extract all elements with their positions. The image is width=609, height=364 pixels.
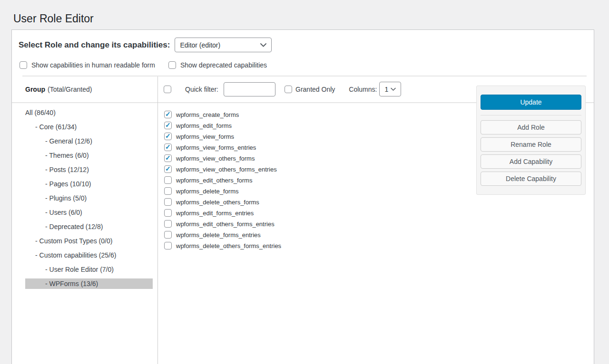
capability-label: wpforms_delete_forms <box>176 188 239 195</box>
granted-only-label: Granted Only <box>295 86 335 93</box>
capability-row: wpforms_delete_others_forms <box>164 197 594 208</box>
capability-checkbox[interactable] <box>164 122 172 129</box>
group-header: Group (Total/Granted) <box>12 77 157 103</box>
capability-checkbox[interactable] <box>164 133 172 140</box>
capability-row: wpforms_delete_others_forms_entries <box>164 240 594 251</box>
columns-select[interactable]: 1 <box>379 82 401 96</box>
tree-item-label: - Themes (6/0) <box>45 152 89 159</box>
capability-label: wpforms_view_forms_entries <box>176 144 256 151</box>
capability-label: wpforms_edit_forms_entries <box>176 210 254 217</box>
page: User Role Editor Select Role and change … <box>0 0 609 364</box>
tree-item-label: - Deprecated (12/8) <box>45 223 103 230</box>
tree-item[interactable]: - Pages (10/10) <box>25 179 153 189</box>
select-all-checkbox[interactable] <box>164 86 171 93</box>
capability-checkbox[interactable] <box>164 111 172 118</box>
tree-item[interactable]: - General (12/6) <box>25 136 153 146</box>
capability-label: wpforms_view_forms <box>176 133 234 140</box>
human-readable-checkbox[interactable] <box>20 61 27 69</box>
tree-item-label: All (86/40) <box>25 109 56 116</box>
tree-item[interactable]: - Users (6/0) <box>25 207 153 218</box>
group-tree: All (86/40) - Core (61/34) - General (12… <box>12 103 157 293</box>
tree-item[interactable]: - Custom capabilities (25/6) <box>25 250 153 260</box>
role-row: Select Role and change its capabilities:… <box>19 38 594 53</box>
tree-item-label: - Custom capabilities (25/6) <box>35 251 116 259</box>
capability-checkbox[interactable] <box>164 231 172 239</box>
capability-checkbox[interactable] <box>164 209 172 217</box>
capability-row: wpforms_delete_forms_entries <box>164 230 594 240</box>
columns-select-value: 1 <box>384 86 388 93</box>
capabilities-column: Quick filter: Granted Only Columns: 1 <box>158 77 594 364</box>
capability-label: wpforms_delete_others_forms_entries <box>176 242 281 249</box>
capability-row: wpforms_edit_forms_entries <box>164 208 594 219</box>
granted-only-option[interactable]: Granted Only <box>285 86 335 93</box>
page-title: User Role Editor <box>13 12 609 26</box>
capability-row: wpforms_edit_others_forms_entries <box>164 219 594 230</box>
quick-filter-label: Quick filter: <box>185 86 218 93</box>
tree-item[interactable]: - Core (61/34) <box>25 122 153 132</box>
add-role-button[interactable]: Add Role <box>481 120 581 134</box>
tree-item-label: - Plugins (5/0) <box>45 194 87 202</box>
capability-label: wpforms_create_forms <box>176 111 239 118</box>
update-button[interactable]: Update <box>481 95 581 110</box>
tree-item-label: - WPForms (13/6) <box>45 280 98 287</box>
content-columns: Group (Total/Granted) All (86/40) - Core… <box>12 77 594 364</box>
chevron-down-icon <box>260 43 266 47</box>
tree-item[interactable]: - Themes (6/0) <box>25 150 153 161</box>
role-select-value: Editor (editor) <box>180 41 220 49</box>
tree-item-label: - User Role Editor (7/0) <box>45 266 114 273</box>
group-column: Group (Total/Granted) All (86/40) - Core… <box>12 77 158 364</box>
tree-item[interactable]: - Deprecated (12/8) <box>25 221 153 232</box>
capability-label: wpforms_edit_others_forms <box>176 177 252 184</box>
display-options-row: Show capabilities in human readable form… <box>20 61 594 69</box>
top-section: Select Role and change its capabilities:… <box>12 30 594 77</box>
group-header-title: Group <box>25 86 45 93</box>
capability-label: wpforms_delete_forms_entries <box>176 231 261 239</box>
deprecated-option[interactable]: Show deprecated capabilities <box>168 61 267 69</box>
capability-checkbox[interactable] <box>164 198 172 206</box>
tree-item[interactable]: - Posts (12/12) <box>25 164 153 175</box>
deprecated-checkbox[interactable] <box>168 61 176 69</box>
capability-checkbox[interactable] <box>164 220 172 228</box>
chevron-down-icon <box>391 87 396 91</box>
tree-item-label: - Pages (10/10) <box>45 180 91 188</box>
capability-label: wpforms_edit_forms <box>176 122 232 129</box>
add-capability-button[interactable]: Add Capability <box>481 154 581 169</box>
role-select[interactable]: Editor (editor) <box>175 38 272 52</box>
capability-checkbox[interactable] <box>164 165 172 173</box>
granted-only-checkbox[interactable] <box>285 86 292 93</box>
quick-filter-input[interactable] <box>224 82 275 96</box>
human-readable-label: Show capabilities in human readable form <box>31 61 155 69</box>
tree-item-label: - Users (6/0) <box>45 209 82 216</box>
capability-label: wpforms_view_others_forms <box>176 155 255 162</box>
capability-label: wpforms_edit_others_forms_entries <box>176 220 275 228</box>
columns-label: Columns: <box>349 86 377 93</box>
main-panel: Select Role and change its capabilities:… <box>11 29 594 364</box>
tree-item[interactable]: - User Role Editor (7/0) <box>25 264 153 275</box>
capability-checkbox[interactable] <box>164 242 172 249</box>
tree-item[interactable]: - WPForms (13/6) <box>25 278 153 289</box>
capability-checkbox[interactable] <box>164 154 172 162</box>
tree-item[interactable]: All (86/40) <box>25 107 153 118</box>
delete-capability-button[interactable]: Delete Capability <box>481 172 581 186</box>
capability-label: wpforms_delete_others_forms <box>176 199 259 206</box>
tree-item-label: - Custom Post Types (0/0) <box>35 237 112 245</box>
deprecated-label: Show deprecated capabilities <box>180 61 267 69</box>
tree-item-label: - Core (61/34) <box>35 123 77 131</box>
tree-item-label: - General (12/6) <box>45 137 92 145</box>
actions-panel: Update Add Role Rename Role Add Capabili… <box>476 86 586 195</box>
capability-label: wpforms_view_others_forms_entries <box>176 166 277 173</box>
tree-item-label: - Posts (12/12) <box>45 166 89 173</box>
capability-checkbox[interactable] <box>164 144 172 151</box>
rename-role-button[interactable]: Rename Role <box>481 137 581 152</box>
actions-divider <box>481 115 581 115</box>
tree-item[interactable]: - Custom Post Types (0/0) <box>25 236 153 246</box>
human-readable-option[interactable]: Show capabilities in human readable form <box>20 61 155 69</box>
capability-checkbox[interactable] <box>164 187 172 195</box>
role-select-label: Select Role and change its capabilities: <box>19 40 170 50</box>
capability-checkbox[interactable] <box>164 176 172 184</box>
group-header-suffix: (Total/Granted) <box>48 86 92 93</box>
tree-item[interactable]: - Plugins (5/0) <box>25 193 153 203</box>
